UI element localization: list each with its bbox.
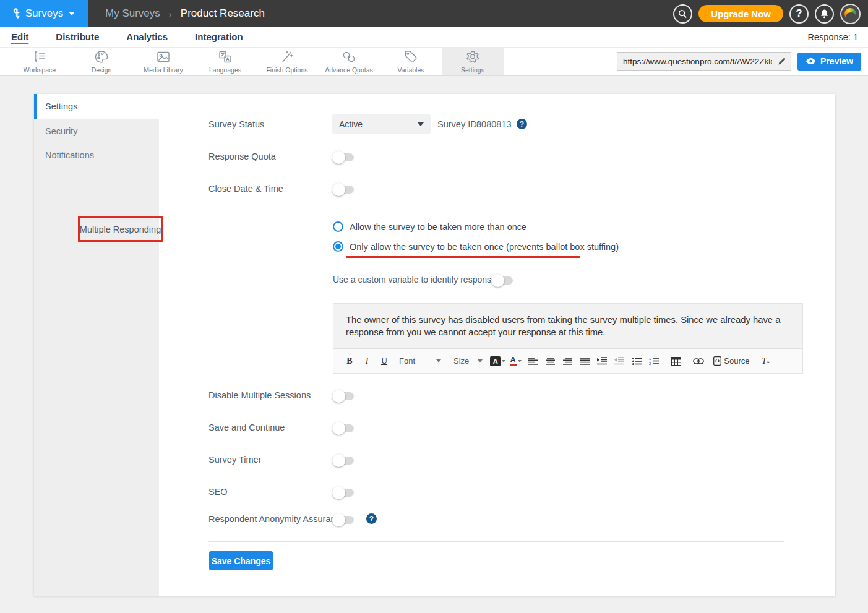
justify-button[interactable] bbox=[577, 353, 592, 369]
text-color-button[interactable]: A bbox=[508, 353, 523, 369]
edit-url-button[interactable] bbox=[773, 57, 791, 66]
respondent-anonymity-toggle[interactable] bbox=[334, 516, 354, 524]
align-left-button[interactable] bbox=[525, 353, 540, 369]
toolbar-item-variables[interactable]: Variables bbox=[380, 48, 442, 75]
media-library-icon bbox=[155, 49, 171, 64]
toolbar-item-design[interactable]: Design bbox=[71, 48, 132, 75]
nav-tabs: Edit Distribute Analytics Integration bbox=[11, 32, 243, 43]
toolbar-item-settings[interactable]: Settings bbox=[442, 48, 504, 75]
product-switcher[interactable]: Ꝭ Surveys bbox=[0, 0, 88, 27]
sidebar-item-settings[interactable]: Settings bbox=[34, 94, 159, 119]
user-avatar[interactable] bbox=[840, 4, 861, 24]
tab-analytics[interactable]: Analytics bbox=[126, 32, 168, 43]
tab-edit[interactable]: Edit bbox=[11, 32, 28, 43]
toolbar-item-finish-options[interactable]: Finish Options bbox=[256, 48, 318, 75]
top-header: Ꝭ Surveys My Surveys › Product Research … bbox=[0, 0, 868, 27]
seo-toggle[interactable] bbox=[334, 489, 354, 497]
chevron-down-icon bbox=[478, 359, 483, 362]
divider bbox=[208, 541, 784, 542]
search-button[interactable] bbox=[673, 4, 692, 24]
survey-status-label: Survey Status bbox=[208, 119, 264, 129]
question-mark-icon: ? bbox=[796, 7, 802, 20]
link-icon bbox=[693, 358, 704, 364]
sidebar-item-security[interactable]: Security bbox=[34, 119, 159, 143]
help-button[interactable]: ? bbox=[789, 4, 809, 24]
survey-id-help-icon[interactable]: ? bbox=[517, 119, 527, 129]
section-nav: Edit Distribute Analytics Integration Re… bbox=[0, 27, 868, 48]
size-select[interactable]: Size bbox=[449, 353, 488, 369]
disable-multiple-sessions-toggle[interactable] bbox=[334, 392, 354, 400]
save-changes-button[interactable]: Save Changes bbox=[209, 551, 273, 570]
link-button[interactable] bbox=[691, 353, 706, 369]
save-and-continue-label: Save and Continue bbox=[208, 422, 285, 432]
align-right-icon bbox=[563, 358, 572, 365]
table-button[interactable] bbox=[669, 353, 684, 369]
breadcrumb-my-surveys[interactable]: My Surveys bbox=[105, 7, 160, 20]
chevron-down-icon bbox=[436, 359, 441, 362]
settings-icon bbox=[465, 49, 481, 64]
toolbar-item-advance-quotas[interactable]: Advance Quotas bbox=[318, 48, 380, 75]
survey-status-select[interactable]: Active bbox=[332, 114, 431, 134]
respondent-anonymity-label: Respondent Anonymity Assurance bbox=[208, 514, 345, 524]
toolbar-item-workspace[interactable]: Workspace bbox=[9, 48, 71, 75]
align-center-icon bbox=[546, 358, 555, 365]
finish-options-icon bbox=[279, 49, 295, 64]
breadcrumb-separator-icon: › bbox=[169, 9, 172, 19]
tab-integration[interactable]: Integration bbox=[195, 32, 243, 43]
languages-icon bbox=[217, 49, 233, 64]
align-right-button[interactable] bbox=[560, 353, 575, 369]
background-color-button[interactable]: A bbox=[490, 353, 505, 369]
response-quota-toggle[interactable] bbox=[334, 153, 354, 161]
save-and-continue-toggle[interactable] bbox=[334, 424, 354, 432]
source-button[interactable]: Source bbox=[713, 353, 749, 369]
chevron-down-icon bbox=[69, 12, 75, 15]
toolbar-item-languages[interactable]: Languages bbox=[194, 48, 256, 75]
radio-allow-multiple[interactable]: Allow the survey to be taken more than o… bbox=[333, 221, 526, 232]
survey-url-input[interactable] bbox=[617, 57, 773, 66]
response-count[interactable]: Response: 1 bbox=[808, 32, 858, 42]
source-icon bbox=[713, 356, 721, 366]
close-date-toggle[interactable] bbox=[334, 186, 354, 194]
disable-multiple-sessions-label: Disable Multiple Sessions bbox=[208, 390, 311, 400]
bulleted-list-button[interactable] bbox=[629, 353, 644, 369]
editor-content-area[interactable]: The owner of this survey has disabled us… bbox=[333, 304, 802, 348]
align-left-icon bbox=[528, 358, 538, 365]
table-icon bbox=[671, 357, 681, 366]
product-name: Surveys bbox=[25, 7, 63, 20]
respondent-anonymity-help-icon[interactable]: ? bbox=[366, 513, 377, 524]
text-color-icon: A bbox=[510, 356, 517, 366]
numbered-list-icon: 12 bbox=[649, 357, 659, 365]
page: Ꝭ Surveys My Surveys › Product Research … bbox=[0, 0, 868, 613]
remove-format-button[interactable]: Tx bbox=[758, 353, 773, 369]
toolbar-item-media-library[interactable]: Media Library bbox=[132, 48, 194, 75]
variables-icon bbox=[403, 49, 419, 64]
radio-only-once[interactable]: Only allow the survey to be taken once (… bbox=[333, 241, 619, 252]
tab-distribute[interactable]: Distribute bbox=[56, 32, 99, 43]
indent-button[interactable] bbox=[595, 353, 609, 369]
chevron-down-icon bbox=[418, 122, 424, 126]
italic-button[interactable]: I bbox=[359, 353, 374, 369]
seo-label: SEO bbox=[208, 487, 228, 497]
survey-timer-toggle[interactable] bbox=[334, 457, 354, 465]
settings-sidebar: Security Notifications bbox=[34, 119, 159, 596]
survey-id-value: 8080813 bbox=[476, 119, 511, 129]
bold-button[interactable]: B bbox=[342, 353, 357, 369]
custom-variable-toggle[interactable] bbox=[493, 276, 513, 285]
outdent-button[interactable] bbox=[612, 353, 627, 369]
red-underline-annotation bbox=[346, 256, 580, 258]
workspace-icon bbox=[32, 49, 48, 64]
preview-button[interactable]: Preview bbox=[797, 53, 861, 71]
questionpro-logo-icon: Ꝭ bbox=[13, 7, 20, 20]
notifications-button[interactable] bbox=[815, 4, 834, 24]
numbered-list-button[interactable]: 12 bbox=[647, 353, 661, 369]
underline-button[interactable]: U bbox=[377, 353, 392, 369]
design-icon bbox=[93, 49, 110, 64]
bulleted-list-icon bbox=[632, 358, 642, 365]
upgrade-now-button[interactable]: Upgrade Now bbox=[698, 5, 783, 22]
sidebar-item-notifications[interactable]: Notifications bbox=[34, 143, 159, 167]
font-select[interactable]: Font bbox=[394, 353, 446, 369]
pencil-icon bbox=[778, 57, 786, 66]
align-center-button[interactable] bbox=[543, 353, 557, 369]
search-icon bbox=[678, 9, 687, 19]
breadcrumb-current: Product Research bbox=[181, 7, 265, 20]
